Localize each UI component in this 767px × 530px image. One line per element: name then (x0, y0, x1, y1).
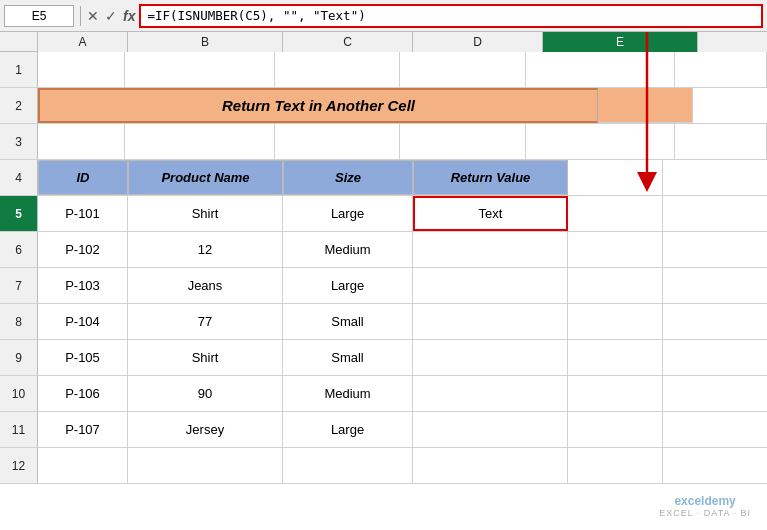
cell-d3[interactable] (400, 124, 526, 159)
cell-e6[interactable] (413, 232, 568, 267)
formula-bar: E5 ✕ ✓ fx =IF(ISNUMBER(C5), "", "Text") (0, 0, 767, 32)
cell-b8[interactable]: P-104 (38, 304, 128, 339)
cell-f6[interactable] (568, 232, 663, 267)
cell-a3[interactable] (38, 124, 125, 159)
cell-b9[interactable]: P-105 (38, 340, 128, 375)
cell-d11[interactable]: Large (283, 412, 413, 447)
cell-e10[interactable] (413, 376, 568, 411)
cell-c12[interactable] (128, 448, 283, 483)
cell-f10[interactable] (568, 376, 663, 411)
cell-d5[interactable]: Large (283, 196, 413, 231)
spreadsheet-grid: 1 2 Return Text in Another Cell 3 (0, 52, 767, 484)
cell-f1[interactable] (675, 52, 767, 87)
cell-c5[interactable]: Shirt (128, 196, 283, 231)
cell-b1[interactable] (125, 52, 275, 87)
cell-header-product[interactable]: Product Name (128, 160, 283, 195)
cell-d6[interactable]: Medium (283, 232, 413, 267)
row-num-3: 3 (0, 124, 38, 159)
cell-c9[interactable]: Shirt (128, 340, 283, 375)
cell-c6[interactable]: 12 (128, 232, 283, 267)
grid-row-5: 5 P-101 Shirt Large Text (0, 196, 767, 232)
cell-c1[interactable] (275, 52, 401, 87)
formula-input[interactable]: =IF(ISNUMBER(C5), "", "Text") (139, 4, 763, 28)
spreadsheet: E5 ✕ ✓ fx =IF(ISNUMBER(C5), "", "Text") … (0, 0, 767, 484)
cell-b7[interactable]: P-103 (38, 268, 128, 303)
formula-text: =IF(ISNUMBER(C5), "", "Text") (147, 8, 365, 23)
grid-row-4: 4 ID Product Name Size Return Value (0, 160, 767, 196)
col-header-f[interactable] (698, 32, 767, 52)
grid-row-6: 6 P-102 12 Medium (0, 232, 767, 268)
grid-row-8: 8 P-104 77 Small (0, 304, 767, 340)
row-num-9: 9 (0, 340, 38, 375)
cell-b5[interactable]: P-101 (38, 196, 128, 231)
cell-c10[interactable]: 90 (128, 376, 283, 411)
cell-e3[interactable] (526, 124, 676, 159)
grid-row-2: 2 Return Text in Another Cell (0, 88, 767, 124)
cell-c3[interactable] (275, 124, 401, 159)
cell-b6[interactable]: P-102 (38, 232, 128, 267)
cell-e9[interactable] (413, 340, 568, 375)
cell-f12[interactable] (568, 448, 663, 483)
cell-f3[interactable] (675, 124, 767, 159)
row-num-11: 11 (0, 412, 38, 447)
cell-title[interactable]: Return Text in Another Cell (38, 88, 598, 123)
cell-d7[interactable]: Large (283, 268, 413, 303)
grid-row-9: 9 P-105 Shirt Small (0, 340, 767, 376)
cancel-icon[interactable]: ✕ (87, 8, 99, 24)
cell-d8[interactable]: Small (283, 304, 413, 339)
cell-e12[interactable] (413, 448, 568, 483)
col-header-c[interactable]: C (283, 32, 413, 52)
cell-f4[interactable] (568, 160, 663, 195)
col-header-a[interactable]: A (38, 32, 128, 52)
watermark: exceldemy EXCEL · DATA · BI (659, 494, 751, 518)
cell-f2[interactable] (598, 88, 693, 123)
cell-e11[interactable] (413, 412, 568, 447)
row-num-col-header (0, 32, 38, 51)
col-header-e[interactable]: E (543, 32, 698, 52)
header-return-label: Return Value (451, 170, 531, 185)
cell-b10[interactable]: P-106 (38, 376, 128, 411)
row-num-10: 10 (0, 376, 38, 411)
cell-b3[interactable] (125, 124, 275, 159)
cell-header-size[interactable]: Size (283, 160, 413, 195)
cell-c11[interactable]: Jersey (128, 412, 283, 447)
col-header-b[interactable]: B (128, 32, 283, 52)
cell-b11[interactable]: P-107 (38, 412, 128, 447)
cell-d10[interactable]: Medium (283, 376, 413, 411)
cell-f5[interactable] (568, 196, 663, 231)
cell-e8[interactable] (413, 304, 568, 339)
cell-f7[interactable] (568, 268, 663, 303)
cell-d1[interactable] (400, 52, 526, 87)
watermark-logo: exceldemy (659, 494, 751, 508)
confirm-icon[interactable]: ✓ (105, 8, 117, 24)
cell-header-return[interactable]: Return Value (413, 160, 568, 195)
cell-e1[interactable] (526, 52, 676, 87)
cell-f11[interactable] (568, 412, 663, 447)
fx-icon[interactable]: fx (123, 8, 135, 24)
cell-b12[interactable] (38, 448, 128, 483)
cell-reference-label: E5 (32, 9, 47, 23)
grid-row-10: 10 P-106 90 Medium (0, 376, 767, 412)
cell-e5[interactable]: Text (413, 196, 568, 231)
return-val-5: Text (479, 206, 503, 221)
cell-c8[interactable]: 77 (128, 304, 283, 339)
cell-e7[interactable] (413, 268, 568, 303)
cell-c7[interactable]: Jeans (128, 268, 283, 303)
cell-d12[interactable] (283, 448, 413, 483)
row-num-5: 5 (0, 196, 38, 231)
header-id-label: ID (77, 170, 90, 185)
header-size-label: Size (335, 170, 361, 185)
watermark-tagline: EXCEL · DATA · BI (659, 508, 751, 518)
cell-reference-box[interactable]: E5 (4, 5, 74, 27)
cell-header-id[interactable]: ID (38, 160, 128, 195)
row-num-4: 4 (0, 160, 38, 195)
col-header-d[interactable]: D (413, 32, 543, 52)
grid-row-7: 7 P-103 Jeans Large (0, 268, 767, 304)
grid-row-1: 1 (0, 52, 767, 88)
row-num-8: 8 (0, 304, 38, 339)
cell-f8[interactable] (568, 304, 663, 339)
cell-d9[interactable]: Small (283, 340, 413, 375)
cell-f9[interactable] (568, 340, 663, 375)
cell-a1[interactable] (38, 52, 125, 87)
grid-row-3: 3 (0, 124, 767, 160)
